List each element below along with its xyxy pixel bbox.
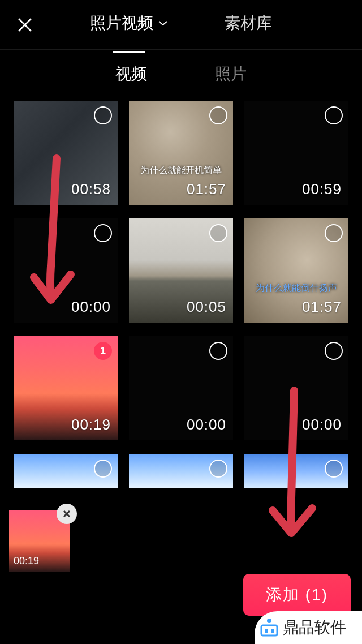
select-circle[interactable] bbox=[325, 106, 343, 124]
video-thumb[interactable]: 1 00:19 bbox=[14, 336, 118, 440]
subtabs: 视频 照片 bbox=[0, 50, 362, 101]
subtab-photo[interactable]: 照片 bbox=[215, 63, 247, 87]
selection-tray: 00:19 bbox=[9, 510, 70, 572]
svg-rect-2 bbox=[265, 629, 268, 633]
duration-label: 00:58 bbox=[71, 181, 111, 198]
svg-rect-1 bbox=[261, 625, 277, 636]
video-grid-row4 bbox=[0, 454, 362, 488]
tab-library-label: 素材库 bbox=[225, 12, 272, 34]
video-thumb[interactable] bbox=[14, 454, 118, 488]
video-thumb[interactable]: 00:00 bbox=[14, 218, 118, 323]
select-circle[interactable] bbox=[209, 106, 227, 124]
subtab-video[interactable]: 视频 bbox=[115, 63, 147, 87]
video-thumb[interactable]: 00:00 bbox=[244, 336, 348, 440]
duration-label: 00:59 bbox=[302, 181, 342, 198]
select-circle[interactable] bbox=[325, 460, 343, 478]
select-circle-selected[interactable]: 1 bbox=[94, 342, 112, 360]
select-circle[interactable] bbox=[209, 224, 227, 242]
watermark: 鼎品软件 bbox=[255, 611, 362, 644]
tab-library[interactable]: 素材库 bbox=[225, 12, 272, 37]
video-thumb[interactable]: 为什么就能倒什扬声 01:57 bbox=[244, 218, 348, 323]
add-button[interactable]: 添加 (1) bbox=[243, 574, 351, 616]
remove-icon[interactable] bbox=[57, 504, 77, 524]
video-thumb[interactable]: 00:59 bbox=[244, 101, 348, 205]
overlay-text: 为什么就能倒什扬声 bbox=[244, 282, 348, 294]
select-circle[interactable] bbox=[325, 224, 343, 242]
duration-label: 00:19 bbox=[71, 416, 111, 433]
duration-label: 00:00 bbox=[71, 298, 111, 316]
tray-item[interactable]: 00:19 bbox=[9, 510, 70, 572]
svg-rect-3 bbox=[271, 629, 274, 633]
overlay-text: 为什么就能开机简单 bbox=[129, 165, 233, 177]
select-circle[interactable] bbox=[209, 460, 227, 478]
duration-label: 01:57 bbox=[302, 298, 342, 316]
video-thumb[interactable]: 00:58 bbox=[14, 101, 118, 205]
video-grid: 00:58 为什么就能开机简单 01:57 00:59 00:00 00:05 … bbox=[0, 101, 362, 440]
chevron-down-icon bbox=[158, 20, 168, 26]
watermark-logo-icon bbox=[258, 616, 281, 639]
video-thumb[interactable]: 为什么就能开机简单 01:57 bbox=[129, 101, 233, 205]
svg-point-0 bbox=[267, 619, 272, 623]
close-icon[interactable] bbox=[14, 14, 36, 36]
select-circle[interactable] bbox=[325, 342, 343, 360]
tab-photo-video[interactable]: 照片视频 bbox=[90, 12, 168, 37]
tray-duration: 00:19 bbox=[14, 555, 39, 567]
duration-label: 01:57 bbox=[187, 181, 226, 198]
duration-label: 00:05 bbox=[187, 298, 226, 316]
topbar: 照片视频 素材库 bbox=[0, 0, 362, 50]
select-circle[interactable] bbox=[94, 224, 112, 242]
app-root: 照片视频 素材库 视频 照片 00:58 为什么就能开机简单 01:57 00:… bbox=[0, 0, 362, 644]
tab-photo-video-label: 照片视频 bbox=[90, 12, 153, 34]
video-thumb[interactable]: 00:00 bbox=[129, 336, 233, 440]
video-thumb[interactable]: 00:05 bbox=[129, 218, 233, 323]
select-circle[interactable] bbox=[94, 460, 112, 478]
duration-label: 00:00 bbox=[302, 416, 342, 433]
watermark-label: 鼎品软件 bbox=[283, 617, 346, 638]
duration-label: 00:00 bbox=[187, 416, 226, 433]
top-tabs: 照片视频 素材库 bbox=[0, 12, 362, 37]
select-circle[interactable] bbox=[94, 106, 112, 124]
select-circle[interactable] bbox=[209, 342, 227, 360]
video-thumb[interactable] bbox=[244, 454, 348, 488]
video-thumb[interactable] bbox=[129, 454, 233, 488]
